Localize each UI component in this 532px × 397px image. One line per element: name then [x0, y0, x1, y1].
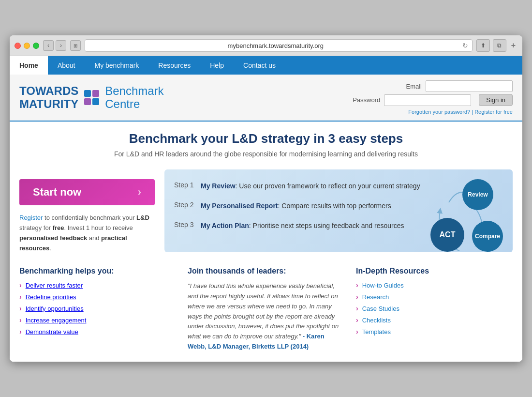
list-item: ›Identify opportunities	[19, 305, 176, 312]
logo-icon	[84, 90, 99, 105]
benchmark-title: BenchmarkCentre	[105, 85, 163, 110]
bullet-arrow-icon: ›	[356, 293, 358, 301]
list-item: ›Templates	[356, 328, 513, 336]
nav-home[interactable]: Home	[10, 56, 48, 75]
back-button[interactable]: ‹	[43, 40, 54, 51]
list-item: ›Increase engagement	[19, 316, 176, 324]
close-button[interactable]	[15, 43, 21, 49]
list-item: ›How-to Guides	[356, 281, 513, 289]
testimonial-col: Join thousands of leaders: "I have found…	[188, 267, 344, 352]
nav-resources[interactable]: Resources	[148, 56, 200, 75]
register-link[interactable]: Register for free	[474, 109, 513, 115]
benchmarking-link[interactable]: Redefine priorities	[26, 293, 76, 301]
start-now-arrow-icon: ›	[138, 186, 141, 198]
logo-square-3	[84, 98, 91, 105]
email-label: Email	[395, 83, 422, 90]
share-button[interactable]: ⬆	[476, 39, 490, 52]
login-form: Email Password Sign in Forgotten your pa…	[353, 80, 513, 115]
list-item: ›Research	[356, 293, 513, 301]
site-header: TOWARDSMATURITY BenchmarkCentre Email	[10, 75, 522, 122]
sign-in-button[interactable]: Sign in	[479, 94, 513, 106]
password-label: Password	[353, 96, 380, 104]
browser-chrome: ‹ › ⊞ mybenchmark.towardsmaturity.org ↻ …	[10, 35, 522, 56]
list-item: ›Deliver results faster	[19, 281, 176, 289]
benchmarking-title: Benchmarking helps you:	[19, 267, 176, 275]
nav-my-benchmark[interactable]: My benchmark	[85, 56, 149, 75]
hero-subtitle: For L&D and HR leaders around the globe …	[19, 150, 513, 158]
resource-link[interactable]: How-to Guides	[362, 282, 404, 289]
nav-about[interactable]: About	[48, 56, 85, 75]
list-item: ›Redefine priorities	[19, 293, 176, 301]
forgot-links: Forgotten your password? | Register for …	[408, 109, 513, 115]
traffic-lights	[15, 43, 39, 49]
email-row: Email	[395, 80, 513, 92]
register-inline-link[interactable]: Register	[19, 214, 43, 221]
forgot-password-link[interactable]: Forgotten your password?	[408, 109, 470, 115]
circle-compare: Compare	[472, 221, 503, 252]
bullet-arrow-icon: ›	[19, 281, 22, 289]
website: Home About My benchmark Resources Help C…	[10, 56, 522, 362]
password-input[interactable]	[384, 94, 471, 106]
step-1-num: Step 1	[174, 181, 196, 191]
bullet-arrow-icon: ›	[19, 305, 22, 312]
start-now-button[interactable]: Start now ›	[19, 179, 155, 205]
benchmarking-link[interactable]: Deliver results faster	[26, 282, 83, 289]
browser-window: ‹ › ⊞ mybenchmark.towardsmaturity.org ↻ …	[10, 35, 522, 362]
email-input[interactable]	[426, 80, 513, 92]
step-1-content: My Review: Use our proven framework to r…	[201, 181, 420, 191]
benchmarking-link[interactable]: Increase engagement	[26, 317, 87, 324]
resource-link[interactable]: Research	[362, 293, 389, 301]
benchmarking-link[interactable]: Demonstrate value	[26, 328, 78, 336]
logo-area: TOWARDSMATURITY BenchmarkCentre	[19, 85, 164, 110]
reload-button[interactable]: ↻	[462, 42, 468, 49]
steps-box: Step 1 My Review: Use our proven framewo…	[164, 169, 513, 252]
step-3-title: My Action Plan	[201, 222, 249, 229]
nav-buttons: ‹ ›	[43, 40, 66, 51]
step-3-content: My Action Plan: Prioritise next steps us…	[201, 221, 404, 231]
logo-square-4	[92, 98, 99, 105]
password-row: Password Sign in	[353, 94, 513, 106]
hero: Benchmark your L&D strategy in 3 easy st…	[19, 131, 513, 158]
bullet-arrow-icon: ›	[19, 293, 22, 301]
main-content: Benchmark your L&D strategy in 3 easy st…	[10, 122, 522, 362]
maximize-button[interactable]	[33, 43, 39, 49]
list-item: ›Checklists	[356, 316, 513, 324]
bullet-arrow-icon: ›	[356, 328, 358, 336]
browser-actions: ⬆ ⧉ +	[476, 39, 517, 52]
step-1-title: My Review	[201, 182, 236, 190]
start-now-label: Start now	[33, 186, 81, 198]
bottom-section: Benchmarking helps you: ›Deliver results…	[19, 267, 513, 352]
bullet-arrow-icon: ›	[19, 328, 22, 336]
forward-button[interactable]: ›	[56, 40, 66, 51]
testimonial-title: Join thousands of leaders:	[188, 267, 344, 275]
address-text: mybenchmark.towardsmaturity.org	[89, 42, 462, 49]
left-column: Start now › Register to confidentially b…	[19, 169, 155, 253]
resource-link[interactable]: Templates	[362, 328, 391, 336]
resource-link[interactable]: Checklists	[362, 317, 391, 324]
benchmarking-link[interactable]: Identify opportunities	[26, 305, 84, 312]
logo-square-1	[84, 90, 91, 97]
step-2-num: Step 2	[174, 201, 196, 211]
resources-list: ›How-to Guides›Research›Case Studies›Che…	[356, 281, 513, 336]
circle-act: ACT	[430, 218, 464, 252]
tab-button[interactable]: ⊞	[70, 40, 81, 51]
step-2-title: My Personalised Report	[201, 202, 278, 210]
nav-contact[interactable]: Contact us	[234, 56, 285, 75]
logo-line1: TOWARDSMATURITY	[19, 85, 78, 110]
register-description: Register to confidentially benchmark you…	[19, 213, 155, 253]
logo-square-2	[92, 90, 99, 97]
resources-col: In-Depth Resources ›How-to Guides›Resear…	[356, 267, 513, 352]
hero-title: Benchmark your L&D strategy in 3 easy st…	[19, 131, 513, 146]
step-3-num: Step 3	[174, 221, 196, 231]
logo-text: TOWARDSMATURITY	[19, 85, 78, 110]
benchmarking-col: Benchmarking helps you: ›Deliver results…	[19, 267, 176, 352]
address-bar[interactable]: mybenchmark.towardsmaturity.org ↻	[85, 39, 473, 52]
new-tab-button[interactable]: +	[509, 41, 517, 50]
nav-help[interactable]: Help	[200, 56, 234, 75]
bullet-arrow-icon: ›	[19, 316, 22, 324]
new-window-button[interactable]: ⧉	[493, 39, 506, 52]
list-item: ›Demonstrate value	[19, 328, 176, 336]
middle-section: Start now › Register to confidentially b…	[19, 169, 513, 253]
resource-link[interactable]: Case Studies	[362, 305, 399, 312]
minimize-button[interactable]	[24, 43, 30, 49]
